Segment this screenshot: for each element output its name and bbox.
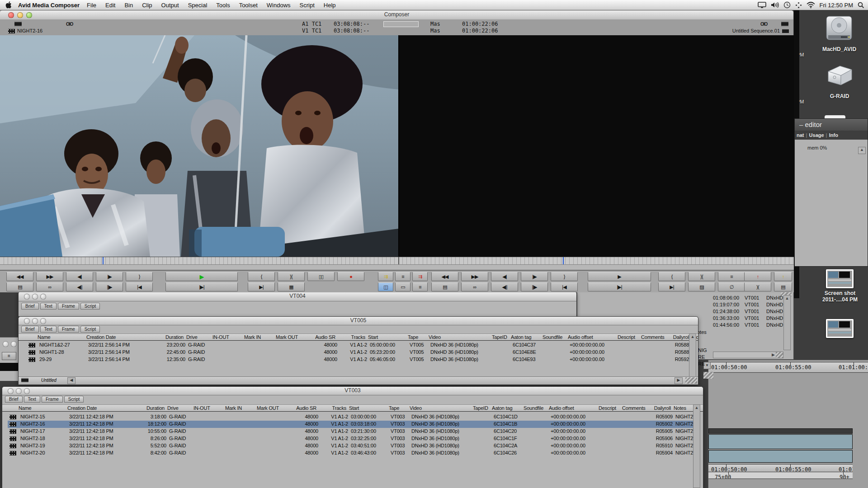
column-header-offset[interactable]: Audio offset	[549, 405, 599, 412]
column-header-video[interactable]: Video	[429, 334, 492, 341]
transport-go-to-out[interactable]: ▶|	[248, 282, 275, 291]
column-header-sr[interactable]: Audio SR	[290, 405, 319, 412]
screenshot-file-label[interactable]: Screen shot 2011-....04 PM	[814, 290, 866, 303]
apple-menu[interactable]	[5, 1, 12, 9]
editor-tab-nat[interactable]: nat	[797, 132, 804, 138]
transport-source-fast-menu[interactable]: ▤	[6, 282, 33, 291]
transport-record[interactable]: ●	[337, 272, 364, 281]
transport-source-monitor-menu[interactable]: ≡	[395, 272, 410, 281]
transport-gang[interactable]: ∞	[36, 282, 63, 291]
column-header-offset[interactable]: Audio offset	[568, 334, 618, 341]
column-header-icon[interactable]	[8, 405, 19, 412]
sequence-name[interactable]: Untitled Sequence.01	[732, 28, 780, 33]
transport-play-to-out[interactable]: }	[126, 272, 153, 281]
vt003-vscrollbar[interactable]: ▲	[693, 404, 700, 488]
column-header-tapeid[interactable]: TapeID	[492, 334, 511, 341]
transport-remove-effect[interactable]: ∅	[718, 282, 745, 291]
screenshot-file-icon[interactable]	[826, 269, 854, 288]
timeline-ruler-footage[interactable]: 75+0090+	[708, 472, 853, 479]
transport-fast-forward[interactable]: ▶▶	[36, 272, 63, 281]
behind-bin-row[interactable]: 01:24:38:00VT001DNxHD	[713, 309, 789, 314]
scroll-up-icon[interactable]: ▲	[858, 147, 866, 154]
editor-window[interactable]: – editor nat|Usage|Info mem 0% ▲	[794, 118, 868, 267]
transport-audio-tool[interactable]: ≡	[412, 282, 428, 291]
column-header-drive[interactable]: Drive	[186, 334, 212, 341]
bin-fast-menu-icon[interactable]	[21, 378, 28, 383]
app-menu-title[interactable]: Avid Media Composer	[18, 2, 80, 9]
mas-tc-1[interactable]: 01:00:22:06	[462, 21, 498, 27]
column-header-desc[interactable]: Descript	[599, 405, 622, 412]
column-header-tape[interactable]: Tape	[408, 334, 429, 341]
minimize-button[interactable]	[17, 12, 23, 18]
menu-item-toolset[interactable]: Toolset	[235, 2, 262, 9]
resize-grip[interactable]	[703, 372, 713, 379]
vt005-tab-frame[interactable]: Frame	[58, 326, 79, 333]
transport-dual-split[interactable]: ▯▯	[307, 272, 335, 281]
transport-mark-clip-record[interactable]: }{	[688, 272, 715, 281]
bin-row-NIGHT2-18[interactable]: NIGHT2-183/22/11 12:42:18 PM8:26:00G-RAI…	[8, 435, 696, 442]
transport-single-monitor[interactable]: ▭	[395, 282, 410, 291]
menu-item-tools[interactable]: Tools	[212, 2, 234, 9]
position-bars[interactable]	[0, 257, 794, 265]
volume-icon[interactable]	[771, 2, 779, 8]
time-machine-icon[interactable]	[783, 1, 791, 9]
timeline-window[interactable]: 01:00:50:0001:00:55:0001:01:00:0 01:00:5…	[708, 360, 868, 488]
vt003-tab-brief[interactable]: Brief	[5, 396, 23, 403]
vt003-tab-frame[interactable]: Frame	[42, 396, 63, 403]
vt004-tab-script[interactable]: Script	[80, 303, 100, 310]
minimize-button[interactable]	[32, 294, 38, 300]
transport-fast-forward-record[interactable]: ▶▶	[461, 272, 488, 281]
scroll-bars[interactable]	[0, 265, 794, 270]
editor-tab-info[interactable]: Info	[829, 132, 838, 138]
zoom-button[interactable]	[26, 12, 32, 18]
drive-label-machd[interactable]: MacHD_AVID	[816, 46, 863, 52]
close-button[interactable]	[8, 12, 14, 18]
column-header-aaton[interactable]: Aaton tag	[511, 334, 542, 341]
vt005-titlebar[interactable]: VT005	[19, 317, 698, 325]
video-track[interactable]	[708, 434, 853, 449]
transport-rewind[interactable]: ◀◀	[6, 272, 33, 281]
column-header-dur[interactable]: Duration	[152, 334, 186, 341]
bin-row-NIGHT2-19[interactable]: NIGHT2-193/22/11 12:42:18 PM5:52:00G-RAI…	[8, 442, 696, 450]
transport-play-record[interactable]: ▶	[588, 272, 651, 281]
close-button[interactable]	[24, 294, 30, 300]
transport-fast-menu-source[interactable]: ⇉	[378, 272, 393, 281]
transport-step-forward-record[interactable]: |▶	[521, 272, 548, 281]
column-header-markout[interactable]: Mark OUT	[276, 334, 309, 341]
vt003-tab-script[interactable]: Script	[64, 396, 84, 403]
bin-window-vt003[interactable]: VT003 BriefTextFrameScript NameCreation …	[2, 386, 703, 488]
column-header-markout[interactable]: Mark OUT	[257, 405, 290, 412]
behind-hscrollbar[interactable]: ▶	[713, 352, 783, 358]
vt003-tab-text[interactable]: Text	[24, 396, 40, 403]
column-header-name[interactable]: Name	[19, 405, 67, 412]
source-menu-icon[interactable]	[14, 21, 22, 27]
transport-fast-menu-record[interactable]: ⇉	[412, 272, 428, 281]
bin-row-NIGHT2-16[interactable]: NIGHT2-163/22/11 12:42:18 PM18:12:00G-RA…	[8, 421, 696, 428]
record-monitor-video[interactable]	[399, 35, 794, 257]
column-header-tape[interactable]: Tape	[389, 405, 410, 412]
menu-item-clip[interactable]: Clip	[137, 2, 156, 9]
drive-label-graid[interactable]: G-RAID	[820, 93, 859, 99]
transport-play-in-to-out[interactable]: |▶|	[165, 282, 238, 291]
bin-row-NIGHT2-17[interactable]: NIGHT2-173/22/11 12:42:18 PM10:55:00G-RA…	[8, 428, 696, 435]
bin-row-29-29[interactable]: 29-293/22/11 2:56:14 PM12:35:00G-RAID480…	[27, 356, 692, 363]
timecode-track-bar[interactable]	[708, 428, 853, 434]
transport-trim-mode[interactable]: )(	[744, 282, 771, 291]
resize-grip[interactable]	[685, 377, 697, 384]
bin-row-NIGHT1-28[interactable]: NIGHT1-283/22/11 2:56:14 PM22:45:00G-RAI…	[27, 349, 692, 356]
transport-play-in-to-out-record[interactable]: |▶|	[588, 282, 651, 291]
vt004-tab-frame[interactable]: Frame	[58, 303, 79, 310]
transport-rewind-record[interactable]: ◀◀	[431, 272, 458, 281]
spotlight-icon[interactable]	[858, 2, 864, 9]
transport-mark-in[interactable]: {	[248, 272, 275, 281]
behind-bin-row[interactable]: 01:08:06:00VT001DNxHD	[713, 295, 789, 300]
column-header-roll[interactable]: Dailyroll	[648, 405, 674, 412]
behind-bin-row[interactable]: 01:19:07:00VT001DNxHD	[713, 302, 789, 307]
column-header-markin[interactable]: Mark IN	[244, 334, 276, 341]
editor-title[interactable]: – editor	[795, 119, 868, 131]
column-header-sf[interactable]: Soundfile	[524, 405, 549, 412]
drive-icon-machd[interactable]	[823, 14, 855, 45]
close-button[interactable]	[8, 388, 14, 394]
audio-track[interactable]	[708, 450, 853, 463]
column-header-drive[interactable]: Drive	[167, 405, 193, 412]
